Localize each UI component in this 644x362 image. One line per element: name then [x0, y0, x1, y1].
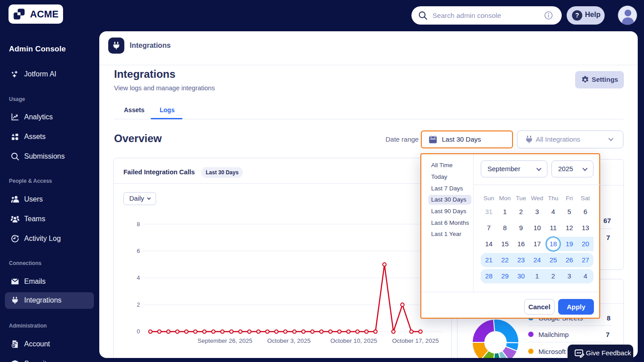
svg-text:2: 2: [137, 301, 140, 308]
svg-text:6: 6: [137, 248, 140, 254]
svg-text:September 26, 2025: September 26, 2025: [198, 337, 252, 344]
svg-text:October 17, 2025: October 17, 2025: [392, 337, 439, 344]
svg-text:8: 8: [137, 221, 140, 227]
svg-text:4: 4: [137, 274, 140, 281]
svg-text:October 10, 2025: October 10, 2025: [330, 337, 377, 344]
svg-text:October 3, 2025: October 3, 2025: [267, 337, 311, 344]
svg-text:0: 0: [137, 328, 140, 335]
